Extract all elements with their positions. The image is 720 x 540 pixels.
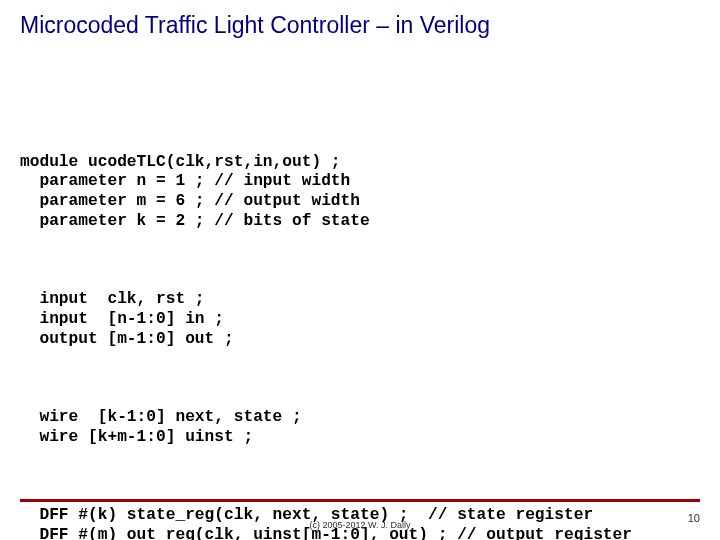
footer-copyright: (c) 2005-2012 W. J. Dally	[0, 520, 720, 530]
code-block: module ucodeTLC(clk,rst,in,out) ; parame…	[20, 113, 700, 540]
code-paragraph-wires: wire [k-1:0] next, state ; wire [k+m-1:0…	[20, 408, 700, 448]
code-paragraph-module: module ucodeTLC(clk,rst,in,out) ; parame…	[20, 153, 700, 232]
footer-rule	[20, 499, 700, 502]
slide: Microcoded Traffic Light Controller – in…	[0, 0, 720, 540]
page-number: 10	[688, 512, 700, 524]
slide-title: Microcoded Traffic Light Controller – in…	[20, 12, 700, 39]
code-paragraph-io: input clk, rst ; input [n-1:0] in ; outp…	[20, 290, 700, 349]
